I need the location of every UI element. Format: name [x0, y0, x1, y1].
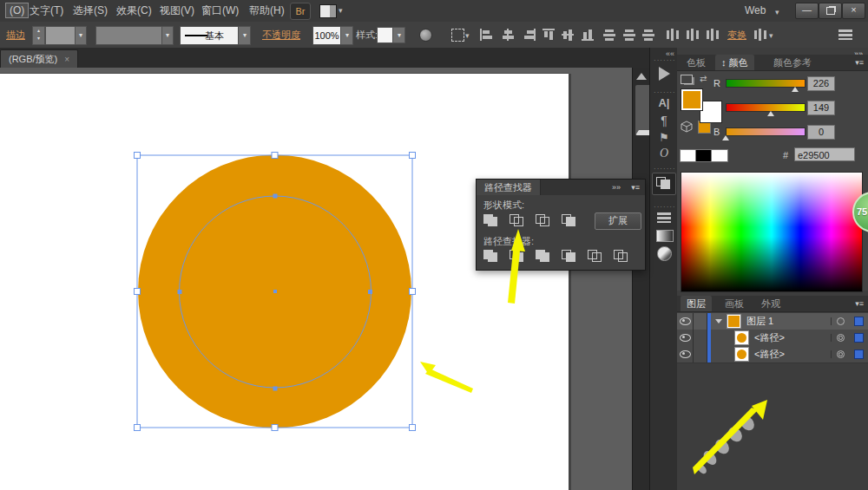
tab-swatches[interactable]: 色板: [681, 55, 712, 70]
distribute-center-v-icon[interactable]: [686, 29, 699, 41]
transform-link[interactable]: 变换: [727, 29, 746, 42]
selection-cell[interactable]: [849, 317, 868, 326]
color-spectrum[interactable]: [681, 172, 863, 292]
opacity-link[interactable]: 不透明度: [262, 29, 300, 42]
brush-dropdown-caret[interactable]: ▾: [238, 26, 251, 45]
stepper-up-icon[interactable]: ▴: [37, 28, 40, 33]
stepper-down-icon[interactable]: ▾: [37, 36, 40, 41]
visibility-cell[interactable]: [677, 313, 694, 330]
tab-close-icon[interactable]: ×: [64, 55, 69, 64]
align-right-icon[interactable]: [523, 29, 536, 41]
gripper[interactable]: ·······: [654, 91, 674, 95]
canvas-area[interactable]: [0, 68, 649, 490]
transparency-panel-icon[interactable]: [657, 246, 672, 261]
restore-button[interactable]: [819, 3, 842, 19]
brush-definition-dropdown[interactable]: 基本: [180, 26, 239, 45]
paragraph-panel-icon[interactable]: ¶: [650, 114, 678, 127]
tab-color-guide[interactable]: 颜色参考: [767, 55, 818, 70]
merge-button[interactable]: [534, 249, 555, 265]
gripper[interactable]: ·······: [654, 59, 674, 62]
gripper[interactable]: ·······: [654, 206, 674, 209]
menu-window[interactable]: 窗口(W): [198, 3, 242, 17]
flag-panel-icon[interactable]: ⚑: [650, 131, 678, 144]
align-top-icon[interactable]: [542, 29, 556, 41]
black-swatch[interactable]: [695, 149, 713, 162]
swap-fill-stroke-icon[interactable]: ⇄: [700, 74, 707, 83]
menu-view[interactable]: 视图(V): [156, 3, 198, 17]
unite-button[interactable]: [482, 213, 503, 229]
tab-layers[interactable]: 图层: [681, 296, 712, 311]
document-tab[interactable]: (RGB/预览)×: [0, 49, 78, 69]
opacity-dropdown-caret[interactable]: ▾: [340, 26, 353, 45]
color-panel-menu-icon[interactable]: ▾≡: [855, 58, 864, 67]
bridge-button[interactable]: Br: [290, 3, 311, 20]
stroke-link[interactable]: 描边: [6, 29, 25, 42]
path-name[interactable]: <路径>: [754, 348, 831, 361]
menu-type[interactable]: 文字(T): [26, 3, 67, 17]
distribute-top-icon[interactable]: [603, 29, 616, 41]
channel-g-slider[interactable]: [726, 103, 806, 112]
visibility-cell[interactable]: [677, 346, 694, 363]
tab-toggle-icon[interactable]: ↕: [721, 57, 727, 68]
distribute-bottom-icon[interactable]: [642, 29, 655, 41]
menu-help[interactable]: 帮助(H): [246, 3, 288, 17]
channel-g-value[interactable]: 149: [807, 101, 835, 115]
close-button[interactable]: ×: [842, 3, 865, 19]
chevron-down-icon[interactable]: ▾: [465, 31, 470, 40]
vertical-scrollbar[interactable]: [632, 68, 650, 490]
divide-button[interactable]: [482, 249, 503, 265]
tab-color[interactable]: ↕ 颜色: [715, 55, 754, 70]
expander-icon[interactable]: [715, 319, 722, 323]
menu-effect[interactable]: 效果(C): [113, 3, 155, 17]
lock-cell[interactable]: [694, 313, 707, 330]
dock-collapse-icon[interactable]: ««: [650, 49, 678, 58]
layer-thumbnail[interactable]: [727, 314, 741, 329]
style-swatch[interactable]: [377, 27, 393, 43]
outline-button[interactable]: [586, 249, 607, 265]
layer-name[interactable]: 图层 1: [746, 315, 831, 328]
path-thumbnail[interactable]: [734, 347, 749, 362]
bounding-box-icon[interactable]: [451, 29, 464, 42]
distribute-center-h-icon[interactable]: [623, 29, 636, 41]
actions-panel-icon[interactable]: [659, 67, 670, 81]
control-panel-menu-icon[interactable]: [838, 29, 852, 40]
pathfinder-dock-icon[interactable]: [652, 173, 676, 195]
tab-artboards[interactable]: 画板: [719, 296, 750, 311]
document-setup-icon[interactable]: [419, 29, 432, 42]
pathfinder-title-bar[interactable]: 路径查找器 »» ▾≡: [477, 180, 645, 195]
panel-collapse-icon[interactable]: »»: [612, 183, 621, 192]
stroke-weight-stepper[interactable]: ▴▾: [32, 26, 45, 45]
channel-b-value[interactable]: 0: [807, 125, 835, 140]
variable-width-dropdown[interactable]: ▾: [95, 26, 174, 45]
opacity-value[interactable]: 100%: [312, 26, 341, 45]
align-left-icon[interactable]: [480, 29, 493, 41]
trim-button[interactable]: [508, 249, 529, 265]
default-colors-icon[interactable]: [681, 75, 693, 84]
channel-r-thumb[interactable]: [792, 87, 799, 92]
expand-button[interactable]: 扩展: [595, 212, 641, 230]
scroll-up-icon[interactable]: [636, 73, 647, 80]
minus-back-button[interactable]: [612, 249, 633, 265]
target-cell[interactable]: [831, 334, 849, 342]
layer-row[interactable]: <路径>: [677, 330, 868, 347]
distribute-left-icon[interactable]: [666, 29, 679, 41]
minimize-button[interactable]: —: [795, 3, 819, 19]
selection-cell[interactable]: [849, 333, 868, 343]
target-cell[interactable]: [831, 317, 849, 325]
3d-cube-icon[interactable]: [681, 121, 693, 133]
gripper[interactable]: ·······: [654, 167, 674, 171]
align-bottom-icon[interactable]: [582, 29, 595, 41]
minus-front-button[interactable]: [508, 213, 529, 229]
layers-panel-menu-icon[interactable]: ▾≡: [855, 299, 864, 308]
channel-g-thumb[interactable]: [767, 111, 774, 116]
chevron-down-icon[interactable]: ▾: [75, 27, 86, 44]
visibility-cell[interactable]: [677, 330, 694, 346]
chevron-down-icon[interactable]: ▾: [161, 27, 173, 44]
target-cell[interactable]: [831, 350, 849, 358]
menu-select[interactable]: 选择(S): [69, 3, 111, 17]
panel-menu-icon[interactable]: ▾≡: [631, 183, 640, 192]
character-panel-icon[interactable]: A|: [650, 96, 678, 109]
hex-input[interactable]: e29500: [794, 147, 855, 161]
stroke-panel-icon[interactable]: [657, 212, 671, 223]
stroke-weight-dropdown[interactable]: ▾: [45, 26, 87, 45]
